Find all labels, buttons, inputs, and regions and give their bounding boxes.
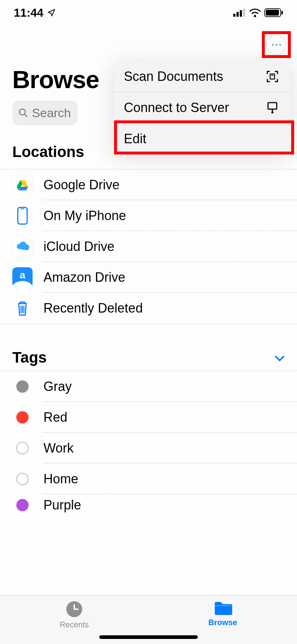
location-arrow-icon bbox=[47, 8, 56, 17]
more-button[interactable] bbox=[266, 34, 286, 55]
svg-rect-24 bbox=[215, 605, 231, 606]
tag-color-icon bbox=[16, 380, 29, 393]
locations-list: Google Drive On My iPhone iCloud Drive a… bbox=[0, 169, 297, 323]
search-input[interactable] bbox=[32, 106, 72, 120]
ellipsis-icon bbox=[272, 44, 274, 46]
menu-item-label: Connect to Server bbox=[124, 100, 229, 115]
menu-item-edit[interactable]: Edit bbox=[113, 123, 290, 154]
folder-icon bbox=[213, 600, 232, 616]
svg-rect-2 bbox=[240, 10, 242, 17]
list-item-label: On My iPhone bbox=[43, 208, 126, 223]
svg-point-14 bbox=[271, 111, 273, 113]
list-item-label: iCloud Drive bbox=[43, 239, 114, 254]
page-title: Browse bbox=[12, 65, 99, 94]
tag-red[interactable]: Red bbox=[0, 402, 297, 433]
tag-color-icon bbox=[16, 442, 29, 454]
amazon-drive-icon: a bbox=[12, 267, 33, 288]
tag-purple[interactable]: Purple bbox=[0, 494, 297, 516]
more-menu: Scan Documents Connect to Server Edit bbox=[113, 61, 290, 154]
list-item-label: Recently Deleted bbox=[43, 301, 143, 316]
divider bbox=[0, 324, 297, 324]
section-title: Locations bbox=[12, 143, 84, 161]
tag-work[interactable]: Work bbox=[0, 433, 297, 463]
iphone-icon bbox=[12, 206, 33, 226]
tag-home[interactable]: Home bbox=[0, 463, 297, 494]
section-title: Tags bbox=[12, 349, 47, 366]
tab-label: Browse bbox=[208, 618, 237, 627]
svg-line-9 bbox=[25, 114, 27, 117]
status-time: 11:44 bbox=[14, 6, 43, 20]
home-indicator bbox=[99, 635, 198, 639]
wifi-icon bbox=[249, 8, 261, 17]
clock-icon bbox=[66, 600, 83, 618]
status-bar: 11:44 bbox=[0, 0, 297, 25]
list-item-label: Red bbox=[43, 410, 67, 425]
section-header-tags[interactable]: Tags bbox=[0, 344, 297, 371]
chevron-down-icon bbox=[275, 351, 285, 365]
svg-rect-1 bbox=[237, 12, 239, 17]
tag-color-icon bbox=[16, 473, 29, 485]
list-item-label: Amazon Drive bbox=[43, 270, 125, 285]
google-drive-icon bbox=[12, 175, 33, 195]
svg-rect-12 bbox=[268, 103, 277, 109]
cellular-icon bbox=[233, 9, 246, 17]
location-icloud-drive[interactable]: iCloud Drive bbox=[0, 231, 297, 262]
trash-icon bbox=[12, 298, 33, 318]
tab-label: Recents bbox=[60, 620, 89, 629]
menu-item-label: Edit bbox=[124, 131, 146, 146]
svg-point-4 bbox=[254, 15, 256, 17]
svg-rect-0 bbox=[233, 14, 235, 17]
menu-item-scan-documents[interactable]: Scan Documents bbox=[113, 61, 290, 92]
icloud-icon bbox=[12, 236, 33, 257]
location-amazon-drive[interactable]: a Amazon Drive bbox=[0, 262, 297, 293]
highlight-more-button bbox=[262, 31, 291, 58]
search-field[interactable] bbox=[12, 100, 78, 125]
location-recently-deleted[interactable]: Recently Deleted bbox=[0, 293, 297, 323]
server-icon bbox=[265, 100, 280, 115]
list-item-label: Google Drive bbox=[43, 177, 120, 193]
list-item-label: Work bbox=[43, 441, 74, 456]
svg-rect-3 bbox=[243, 9, 245, 17]
location-on-my-iphone[interactable]: On My iPhone bbox=[0, 200, 297, 231]
search-icon bbox=[18, 107, 28, 118]
tag-color-icon bbox=[16, 499, 29, 511]
battery-icon bbox=[264, 8, 283, 17]
svg-rect-10 bbox=[270, 74, 275, 79]
tags-list: Gray Red Work Home Purple bbox=[0, 371, 297, 516]
svg-rect-18 bbox=[18, 207, 27, 224]
svg-rect-7 bbox=[281, 11, 283, 15]
menu-item-label: Scan Documents bbox=[124, 69, 223, 84]
tag-color-icon bbox=[16, 411, 29, 424]
scan-icon bbox=[265, 69, 280, 84]
location-google-drive[interactable]: Google Drive bbox=[0, 169, 297, 200]
list-item-label: Gray bbox=[43, 379, 72, 394]
list-item-label: Home bbox=[43, 471, 78, 487]
svg-rect-6 bbox=[266, 10, 279, 16]
menu-item-connect-to-server[interactable]: Connect to Server bbox=[113, 92, 290, 123]
list-item-label: Purple bbox=[43, 498, 81, 513]
tag-gray[interactable]: Gray bbox=[0, 371, 297, 402]
blank-icon bbox=[265, 132, 280, 146]
